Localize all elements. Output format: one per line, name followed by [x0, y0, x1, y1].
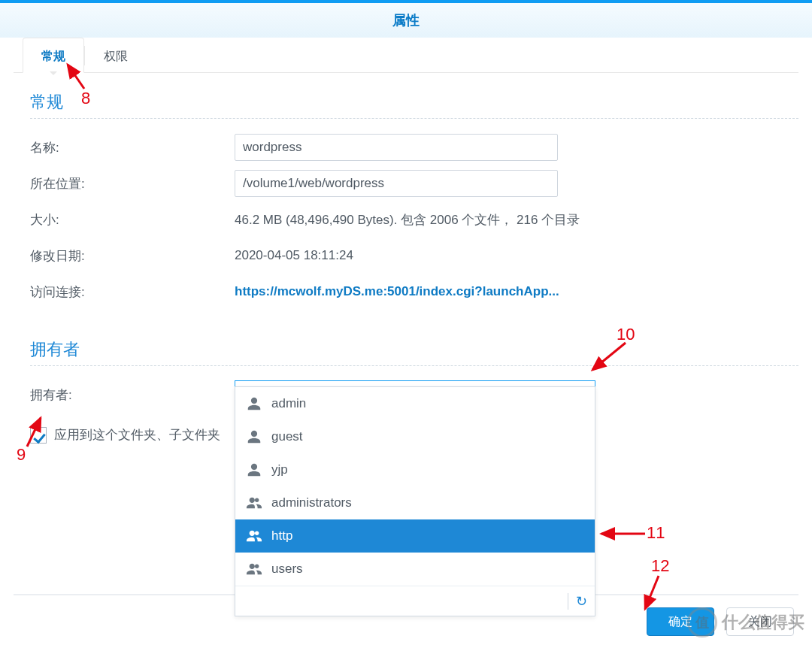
link-label: 访问连接:	[30, 283, 235, 301]
owner-option-guest[interactable]: guest	[235, 420, 595, 453]
name-label: 名称:	[30, 139, 235, 156]
owner-option-admin[interactable]: admin	[235, 387, 595, 420]
section-separator	[30, 118, 798, 119]
watermark-badge: 值	[687, 607, 717, 637]
apply-recursive-label: 应用到这个文件夹、子文件夹	[54, 426, 220, 444]
group-icon	[246, 561, 262, 577]
owner-option-users[interactable]: users	[235, 553, 595, 586]
location-label: 所在位置:	[30, 175, 235, 192]
modified-label: 修改日期:	[30, 247, 235, 265]
annotation-11: 11	[647, 523, 665, 543]
owner-option-http[interactable]: http	[235, 519, 595, 553]
owner-option-label: administrators	[271, 495, 352, 510]
annotation-9: 9	[17, 445, 26, 465]
tab-general[interactable]: 常规	[23, 38, 84, 73]
section-general-title: 常规	[30, 91, 798, 114]
owner-option-label: yjp	[271, 462, 288, 477]
section-owner-title: 拥有者	[30, 338, 798, 361]
user-icon	[246, 428, 262, 445]
tab-permissions[interactable]: 权限	[85, 38, 147, 73]
owner-option-label: http	[271, 528, 292, 544]
owner-option-label: users	[271, 562, 303, 577]
owner-option-label: admin	[271, 396, 306, 411]
annotation-8: 8	[81, 89, 90, 108]
user-icon	[246, 462, 262, 478]
watermark-text: 什么值得买	[722, 611, 804, 634]
group-icon	[246, 528, 262, 544]
window-title: 属性	[0, 0, 812, 38]
watermark: 值 什么值得买	[687, 607, 804, 637]
annotation-12: 12	[651, 556, 669, 576]
refresh-icon[interactable]: ↻	[576, 593, 587, 610]
tab-bar: 常规 权限	[23, 38, 812, 73]
name-input[interactable]	[235, 134, 558, 161]
location-input[interactable]	[235, 170, 558, 197]
owner-option-administrators[interactable]: administrators	[235, 486, 595, 519]
annotation-10: 10	[617, 325, 635, 344]
svg-line-4	[645, 576, 659, 609]
dropdown-footer: ↻	[235, 586, 595, 616]
owner-option-yjp[interactable]: yjp	[235, 453, 595, 486]
owner-option-label: guest	[271, 429, 303, 444]
user-icon	[246, 395, 262, 412]
size-label: 大小:	[30, 211, 235, 229]
modified-value: 2020-04-05 18:11:24	[235, 248, 798, 263]
size-value: 46.2 MB (48,496,490 Bytes). 包含 2006 个文件，…	[235, 211, 798, 229]
link-value[interactable]: https://mcwolf.myDS.me:5001/index.cgi?la…	[235, 284, 798, 299]
apply-recursive-checkbox[interactable]	[30, 427, 47, 444]
section-separator	[30, 365, 798, 366]
owner-label: 拥有者:	[30, 386, 235, 404]
owner-dropdown: adminguestyjpadministratorshttpusers ↻	[235, 386, 595, 616]
group-icon	[246, 495, 262, 511]
